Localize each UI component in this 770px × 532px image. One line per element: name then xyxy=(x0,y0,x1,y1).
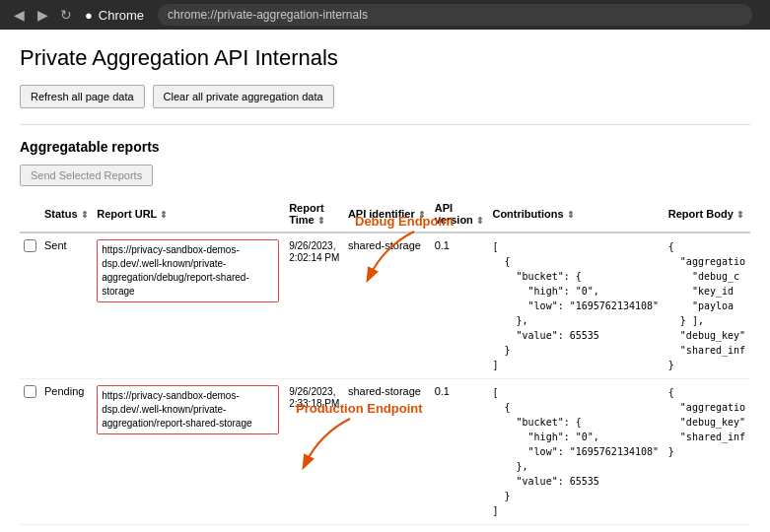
col-report-url: Report URL ⇕ xyxy=(93,196,285,233)
sort-icon: ⇕ xyxy=(317,216,325,226)
col-report-body: Report Body ⇕ xyxy=(665,196,750,233)
col-api-id: API identifier ⇕ xyxy=(344,196,431,233)
api-id-cell: shared-storage xyxy=(344,233,431,379)
send-selected-button[interactable]: Send Selected Reports xyxy=(20,165,153,186)
sort-icon: ⇕ xyxy=(736,210,744,220)
report-time-cell: 9/26/2023, 2:33:18 PM xyxy=(285,379,344,525)
table-row: Sent https://privacy-sandbox-demos-dsp.d… xyxy=(20,233,750,379)
sort-icon: ⇕ xyxy=(81,210,89,220)
status-badge: Sent xyxy=(44,239,67,251)
back-button[interactable]: ◀ xyxy=(10,6,28,24)
contributions-cell: [ { "bucket": { "high": "0", "low": "169… xyxy=(488,379,664,525)
col-checkbox xyxy=(20,196,40,233)
reports-table: Status ⇕ Report URL ⇕ ReportTime ⇕ API i… xyxy=(20,196,750,525)
col-report-time: ReportTime ⇕ xyxy=(285,196,344,233)
chrome-label: Chrome xyxy=(99,8,144,23)
contributions-cell: [ { "bucket": { "high": "0", "low": "169… xyxy=(488,233,664,379)
report-time: 9/26/2023, 2:02:14 PM xyxy=(289,240,339,263)
report-time-cell: 9/26/2023, 2:02:14 PM xyxy=(285,233,344,379)
col-status: Status ⇕ xyxy=(40,196,93,233)
url-text: chrome://private-aggregation-internals xyxy=(168,8,368,22)
refresh-all-button[interactable]: Refresh all page data xyxy=(20,85,145,108)
status-cell: Sent xyxy=(40,233,93,379)
sort-icon: ⇕ xyxy=(476,216,484,226)
report-body-json: { "aggregatio "debug_c "key_id "payloa }… xyxy=(668,241,745,370)
page-content: Private Aggregation API Internals Refres… xyxy=(0,30,770,532)
row-checkbox-cell[interactable] xyxy=(20,379,40,525)
report-url-cell: https://privacy-sandbox-demos-dsp.dev/.w… xyxy=(93,233,285,379)
col-api-version: APIversion ⇕ xyxy=(431,196,489,233)
table-header: Status ⇕ Report URL ⇕ ReportTime ⇕ API i… xyxy=(20,196,750,233)
row-checkbox[interactable] xyxy=(24,385,36,398)
report-url-box[interactable]: https://privacy-sandbox-demos-dsp.dev/.w… xyxy=(97,239,279,302)
page-title: Private Aggregation API Internals xyxy=(20,45,750,71)
chrome-icon: ● xyxy=(85,8,93,23)
status-cell: Pending xyxy=(40,379,93,525)
row-checkbox-cell[interactable] xyxy=(20,233,40,379)
toolbar: Refresh all page data Clear all private … xyxy=(20,85,750,108)
report-body-json: { "aggregatio "debug_key" "shared_inf } xyxy=(668,387,745,457)
browser-chrome: ◀ ▶ ↻ ● Chrome chrome://private-aggregat… xyxy=(0,0,770,30)
report-body-cell: { "aggregatio "debug_c "key_id "payloa }… xyxy=(665,233,750,379)
report-body-cell: { "aggregatio "debug_key" "shared_inf } xyxy=(665,379,750,525)
report-time: 9/26/2023, 2:33:18 PM xyxy=(289,386,339,409)
table-row: Pending https://privacy-sandbox-demos-ds… xyxy=(20,379,750,525)
status-badge: Pending xyxy=(44,385,84,397)
address-bar[interactable]: chrome://private-aggregation-internals xyxy=(158,4,752,26)
section-title: Aggregatable reports xyxy=(20,139,750,155)
sort-icon: ⇕ xyxy=(567,210,575,220)
col-contributions: Contributions ⇕ xyxy=(488,196,664,233)
clear-all-button[interactable]: Clear all private aggregation data xyxy=(153,85,334,108)
sort-icon: ⇕ xyxy=(418,210,426,220)
contributions-json: [ { "bucket": { "high": "0", "low": "169… xyxy=(492,387,659,516)
report-url-cell: https://privacy-sandbox-demos-dsp.dev/.w… xyxy=(93,379,285,525)
api-version-cell: 0.1 xyxy=(431,379,489,525)
report-url-box[interactable]: https://privacy-sandbox-demos-dsp.dev/.w… xyxy=(97,385,279,434)
sort-icon: ⇕ xyxy=(160,210,168,220)
divider xyxy=(20,124,750,125)
row-checkbox[interactable] xyxy=(24,239,36,252)
api-version-cell: 0.1 xyxy=(431,233,489,379)
forward-button[interactable]: ▶ xyxy=(34,6,51,24)
refresh-button[interactable]: ↻ xyxy=(57,6,75,24)
api-id-cell: shared-storage xyxy=(344,379,431,525)
contributions-json: [ { "bucket": { "high": "0", "low": "169… xyxy=(492,241,659,370)
